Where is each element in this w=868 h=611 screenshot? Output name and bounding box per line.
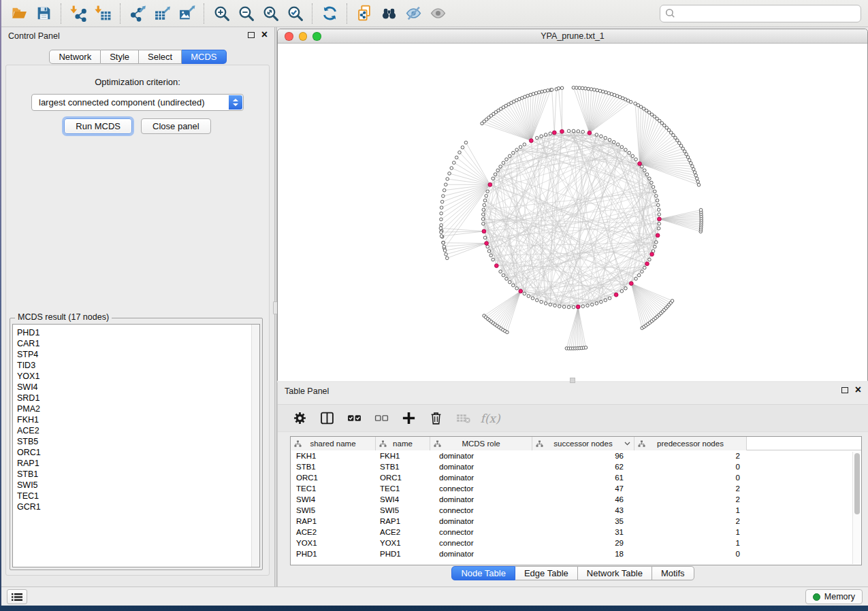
search-input[interactable]	[675, 9, 856, 18]
mcds-result-item[interactable]: SRD1	[17, 393, 259, 403]
toolbar-separator	[61, 3, 61, 24]
mcds-result-item[interactable]: STB1	[17, 469, 259, 480]
float-panel-icon[interactable]	[248, 32, 255, 38]
show-all-columns-icon[interactable]	[343, 408, 365, 429]
delete-column-icon[interactable]	[425, 408, 447, 429]
search-field[interactable]	[660, 5, 861, 22]
mcds-result-item[interactable]: FKH1	[17, 414, 259, 425]
table-row[interactable]: ACE2ACE2connector311	[291, 527, 861, 538]
open-file-icon[interactable]	[7, 3, 31, 24]
export-image-icon[interactable]	[174, 3, 199, 24]
mcds-result-item[interactable]: TID3	[17, 360, 259, 371]
table-row[interactable]: STB1STB1dominator620	[291, 461, 861, 472]
table-cell: dominator	[430, 461, 532, 472]
table-row[interactable]: SWI5SWI5connector431	[291, 505, 861, 516]
mcds-result-item[interactable]: GCR1	[17, 501, 259, 512]
refresh-icon[interactable]	[317, 3, 342, 24]
table-cell: ORC1	[291, 472, 376, 483]
mcds-result-item[interactable]: PHD1	[17, 327, 259, 338]
node-table[interactable]: shared namenameMCDS rolesuccessor nodesp…	[290, 436, 862, 565]
memory-button[interactable]: Memory	[805, 589, 863, 604]
table-row[interactable]: RAP1RAP1dominator352	[291, 516, 861, 527]
copy-network-icon[interactable]	[352, 3, 376, 24]
mcds-result-item[interactable]: STP4	[17, 349, 259, 360]
run-mcds-button[interactable]: Run MCDS	[64, 118, 132, 134]
tab-network[interactable]: Network	[49, 50, 101, 64]
mcds-result-item[interactable]: PMA2	[17, 403, 259, 414]
table-cell: SWI5	[291, 505, 376, 516]
tab-edge-table[interactable]: Edge Table	[515, 566, 578, 580]
column-header-predecessor-nodes[interactable]: predecessor nodes	[634, 437, 747, 450]
delete-table-icon[interactable]	[452, 408, 474, 429]
zoom-fit-icon[interactable]	[258, 3, 283, 24]
preview-eye-icon[interactable]	[425, 3, 450, 24]
close-panel-icon[interactable]: ×	[855, 386, 861, 394]
close-panel-button[interactable]: Close panel	[141, 118, 211, 134]
table-cell: TEC1	[291, 483, 376, 494]
mcds-result-item[interactable]: TEC1	[17, 491, 259, 501]
network-graph[interactable]	[278, 44, 867, 381]
zoom-in-icon[interactable]	[209, 3, 234, 24]
column-header-shared-name[interactable]: shared name	[291, 437, 376, 450]
network-window-titlebar[interactable]: YPA_prune.txt_1	[278, 29, 867, 44]
hide-all-columns-icon[interactable]	[370, 408, 392, 429]
mcds-result-item[interactable]: STB5	[17, 436, 259, 447]
table-row[interactable]: FKH1FKH1dominator962	[291, 450, 861, 461]
mcds-result-item[interactable]: SWI4	[17, 382, 259, 393]
mcds-result-item[interactable]: YOX1	[17, 371, 259, 382]
import-table-icon[interactable]	[91, 3, 115, 24]
mcds-result-item[interactable]: SWI5	[17, 480, 259, 491]
scrollbar-thumb[interactable]	[854, 453, 860, 514]
save-session-icon[interactable]	[31, 3, 56, 24]
control-panel-title: Control Panel	[8, 31, 60, 41]
window-zoom-icon[interactable]	[312, 32, 321, 41]
mcds-result-item[interactable]: ORC1	[17, 447, 259, 458]
zoom-out-icon[interactable]	[234, 3, 258, 24]
float-panel-icon[interactable]	[841, 387, 848, 393]
control-panel-tabs: NetworkStyleSelectMCDS	[1, 50, 274, 64]
tab-motifs[interactable]: Motifs	[652, 566, 694, 580]
zoom-selected-icon[interactable]	[283, 3, 307, 24]
column-header-MCDS-role[interactable]: MCDS role	[430, 437, 532, 450]
table-row[interactable]: TEC1TEC1connector472	[291, 483, 861, 494]
horizontal-splitter-grip[interactable]	[570, 378, 575, 383]
close-panel-icon[interactable]: ×	[261, 31, 268, 39]
table-row[interactable]: YOX1YOX1connector291	[291, 538, 861, 548]
mcds-result-item[interactable]: RAP1	[17, 458, 259, 469]
table-scrollbar[interactable]	[852, 452, 861, 564]
toolbar-separator	[120, 3, 120, 24]
table-toolbar: f(x)	[278, 404, 868, 432]
panel-layout-icon[interactable]	[316, 408, 338, 429]
optimization-criterion-select[interactable]: largest connected component (undirected)	[31, 94, 244, 111]
toggle-visibility-icon[interactable]	[401, 3, 425, 24]
mcds-list-scrollbar[interactable]	[251, 325, 259, 567]
add-column-icon[interactable]	[398, 408, 419, 429]
import-network-icon[interactable]	[66, 3, 91, 24]
tab-network-table[interactable]: Network Table	[578, 566, 652, 580]
show-log-list-icon[interactable]	[7, 589, 27, 604]
table-cell: connector	[430, 527, 532, 538]
table-row[interactable]: PHD1PHD1dominator180	[291, 548, 861, 559]
tab-select[interactable]: Select	[139, 50, 182, 64]
table-row[interactable]: ORC1ORC1dominator610	[291, 472, 861, 483]
search-objects-icon[interactable]	[376, 3, 401, 24]
mcds-result-item[interactable]: ACE2	[17, 425, 259, 436]
column-header-successor-nodes[interactable]: successor nodes	[532, 437, 634, 450]
function-builder-icon[interactable]: f(x)	[479, 408, 501, 429]
tab-mcds[interactable]: MCDS	[182, 50, 226, 64]
window-close-icon[interactable]	[285, 32, 293, 41]
table-row[interactable]: SWI4SWI4dominator462	[291, 494, 861, 505]
export-network-icon[interactable]	[125, 3, 150, 24]
mcds-result-list[interactable]: PHD1CAR1STP4TID3YOX1SWI4SRD1PMA2FKH1ACE2…	[12, 324, 260, 567]
column-header-name[interactable]: name	[376, 437, 430, 450]
network-canvas[interactable]	[278, 44, 867, 381]
mcds-result-item[interactable]: CAR1	[17, 338, 259, 349]
table-cell: 61	[532, 472, 634, 483]
table-settings-gear-icon[interactable]	[289, 408, 310, 429]
tab-style[interactable]: Style	[101, 50, 139, 64]
tab-node-table[interactable]: Node Table	[451, 566, 515, 580]
mcds-result-groupbox: MCDS result (17 nodes) PHD1CAR1STP4TID3Y…	[10, 318, 263, 570]
window-minimize-icon[interactable]	[299, 32, 308, 41]
export-table-icon[interactable]	[150, 3, 174, 24]
table-header-row: shared namenameMCDS rolesuccessor nodesp…	[291, 437, 861, 450]
